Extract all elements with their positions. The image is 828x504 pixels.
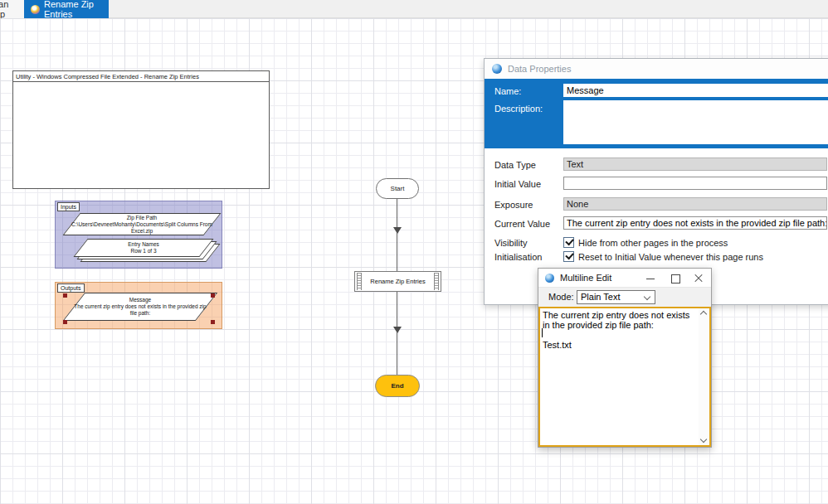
exposure-label: Exposure xyxy=(494,200,533,210)
selection-handle[interactable] xyxy=(211,293,215,298)
current-value-field[interactable]: The current zip entry does not exists in… xyxy=(563,216,827,230)
initialisation-label: Initialisation xyxy=(494,252,542,262)
description-input[interactable] xyxy=(563,100,828,144)
selection-handle[interactable] xyxy=(63,320,67,324)
connector-line[interactable] xyxy=(397,199,397,271)
multiline-edit-title: Multiline Edit xyxy=(560,273,611,283)
minimize-button[interactable] xyxy=(645,273,656,284)
selection-handle[interactable] xyxy=(63,293,67,298)
reset-to-initial-value-checkbox[interactable] xyxy=(563,251,574,262)
mode-select-value: Plain Text xyxy=(581,292,621,302)
process-page-icon xyxy=(31,5,40,14)
chevron-down-icon xyxy=(644,293,650,300)
data-item-message[interactable]: Message The current zip entry does not e… xyxy=(74,293,207,321)
tab-rename-zip-entries[interactable]: Rename Zip Entries xyxy=(24,0,109,18)
current-value-label: Current Value xyxy=(494,219,550,229)
end-node[interactable]: End xyxy=(375,375,420,397)
hide-from-other-pages-label: Hide from other pages in the process xyxy=(578,238,728,248)
page-tab-bar: ean Up Rename Zip Entries xyxy=(0,0,828,18)
data-item-icon xyxy=(545,274,554,283)
multiline-edit-dialog: Multiline Edit Mode: Plain Text The curr… xyxy=(538,268,712,448)
connector-line[interactable] xyxy=(397,292,397,375)
initial-value-label: Initial Value xyxy=(494,179,541,189)
visibility-label: Visibility xyxy=(494,238,528,248)
data-properties-titlebar[interactable]: Data Properties xyxy=(485,59,828,79)
text-caret xyxy=(542,328,543,337)
start-node[interactable]: Start xyxy=(376,178,419,199)
outputs-group-label: Outputs xyxy=(57,284,85,293)
page-info-box[interactable]: Utility - Windows Compressed File Extend… xyxy=(12,70,270,189)
data-properties-header-panel: Name: Message Description: xyxy=(485,79,828,148)
stage-side-strip xyxy=(357,273,362,290)
selection-handle[interactable] xyxy=(211,320,215,324)
description-label: Description: xyxy=(494,104,543,114)
data-item-icon xyxy=(492,64,502,74)
page-info-title: Utility - Windows Compressed File Extend… xyxy=(13,71,269,82)
data-item-value: C:\Users\DevneetMohanty\Documents\Split … xyxy=(71,221,212,235)
data-type-field[interactable]: Text xyxy=(563,158,827,171)
inputs-group[interactable]: Inputs Zip File Path C:\Users\DevneetMoh… xyxy=(55,201,222,269)
inputs-group-label: Inputs xyxy=(57,202,80,211)
name-input[interactable]: Message xyxy=(563,84,828,97)
initial-value-field[interactable] xyxy=(563,177,827,190)
data-item-zip-file-path[interactable]: Zip File Path C:\Users\DevneetMohanty\Do… xyxy=(71,213,212,235)
mode-label: Mode: xyxy=(548,292,574,302)
tab-rename-zip-entries-label: Rename Zip Entries xyxy=(44,0,102,19)
stage-side-strip xyxy=(434,273,439,290)
data-item-entry-names[interactable]: Entry Names Row 1 of 3 xyxy=(80,239,207,257)
maximize-button[interactable] xyxy=(670,273,681,284)
scroll-up-icon[interactable] xyxy=(700,311,707,317)
multiline-text-area[interactable]: The current zip entry does not exists in… xyxy=(538,307,711,447)
multiline-edit-titlebar[interactable]: Multiline Edit xyxy=(538,269,711,288)
data-type-label: Data Type xyxy=(494,160,536,170)
tab-clean-up[interactable]: ean Up xyxy=(0,0,25,18)
scrollbar[interactable] xyxy=(699,308,709,445)
mode-row: Mode: Plain Text xyxy=(538,288,711,307)
connector-arrowhead xyxy=(393,227,402,234)
data-item-title: Zip File Path xyxy=(71,215,212,221)
stage-label: Rename Zip Entries xyxy=(370,278,425,285)
data-item-title: Entry Names xyxy=(80,241,207,248)
scroll-down-icon[interactable] xyxy=(700,436,707,443)
data-properties-title: Data Properties xyxy=(508,64,571,74)
name-label: Name: xyxy=(494,86,521,96)
data-item-value: The current zip entry does not exists in… xyxy=(74,303,207,317)
process-canvas[interactable]: Utility - Windows Compressed File Extend… xyxy=(0,18,828,504)
mode-select[interactable]: Plain Text xyxy=(577,290,655,304)
end-node-label: End xyxy=(391,382,403,390)
connector-arrowhead xyxy=(393,327,402,333)
hide-from-other-pages-checkbox[interactable] xyxy=(563,237,574,248)
close-button[interactable] xyxy=(693,273,704,284)
outputs-group[interactable]: Outputs Message The current zip entry do… xyxy=(55,282,222,329)
data-item-title: Message xyxy=(74,297,207,303)
exposure-field[interactable]: None xyxy=(563,197,827,211)
tab-clean-up-label: ean Up xyxy=(0,0,17,19)
start-node-label: Start xyxy=(391,185,405,192)
reset-to-initial-value-label: Reset to Initial Value whenever this pag… xyxy=(578,252,763,262)
data-item-value: Row 1 of 3 xyxy=(80,248,207,254)
app-window: ean Up Rename Zip Entries Utility - Wind… xyxy=(0,0,828,504)
stage-rename-zip-entries[interactable]: Rename Zip Entries xyxy=(354,271,441,292)
